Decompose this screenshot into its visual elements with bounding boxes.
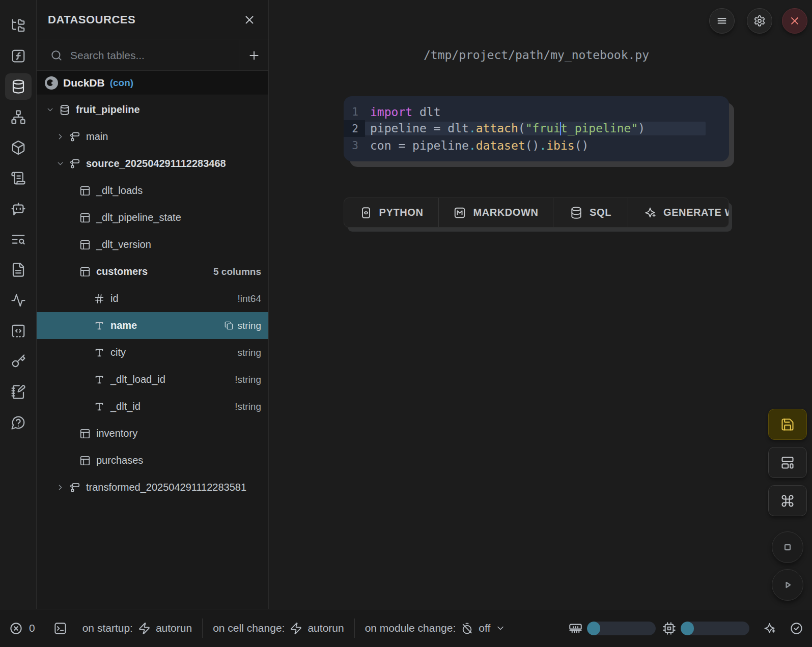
status-on-startup[interactable]: on startup:autorun xyxy=(82,622,192,635)
table-icon xyxy=(79,428,91,439)
tree-row-customers[interactable]: customers5 columns xyxy=(37,258,268,285)
layout-icon xyxy=(780,456,795,470)
ram-icon xyxy=(569,622,582,635)
code-text[interactable]: pipeline = dlt.attach("fruit_pipeline") xyxy=(365,122,706,136)
error-indicator[interactable]: 0 xyxy=(9,622,35,635)
rail-file-text-icon[interactable] xyxy=(5,257,32,283)
schema-icon xyxy=(69,158,80,170)
tree-row-source_202504291112283468[interactable]: source_202504291112283468 xyxy=(37,150,268,177)
add-cell-python-button[interactable]: PYTHON xyxy=(344,198,439,227)
code-sq-icon xyxy=(359,206,373,219)
command-icon xyxy=(780,494,795,508)
duckdb-logo-icon xyxy=(45,76,58,90)
connection-alias: (con) xyxy=(110,77,133,89)
tree-row-_dlt_pipeline_state[interactable]: _dlt_pipeline_state xyxy=(37,204,268,231)
tree-label: transformed_202504291112283581 xyxy=(86,482,246,493)
ai-sparkles-button[interactable] xyxy=(763,622,776,635)
tree-row-main[interactable]: main xyxy=(37,123,268,150)
search-field-wrap xyxy=(37,40,239,70)
rail-func-square-icon[interactable] xyxy=(5,43,32,69)
tree-row-purchases[interactable]: purchases xyxy=(37,447,268,474)
tree-row-_dlt_version[interactable]: _dlt_version xyxy=(37,231,268,258)
tree-row-name[interactable]: namestring xyxy=(37,312,268,339)
code-cell[interactable]: 1import dlt2pipeline = dlt.attach("fruit… xyxy=(344,96,729,161)
code-text[interactable]: con = pipeline.dataset().ibis() xyxy=(365,139,706,152)
menu-icon xyxy=(716,15,728,27)
tree-row-_dlt_load_id[interactable]: _dlt_load_id!string xyxy=(37,366,268,393)
tree-row-inventory[interactable]: inventory xyxy=(37,420,268,447)
tree-row-fruit_pipeline[interactable]: fruit_pipeline xyxy=(37,96,268,123)
rail-box-icon[interactable] xyxy=(5,134,32,161)
marimo-app-window: DATASOURCES DuckDB (con) fruit_pipelinem… xyxy=(0,0,812,647)
tree-label: _dlt_version xyxy=(96,239,151,250)
save-button[interactable] xyxy=(768,409,807,440)
cpu-usage-bar xyxy=(681,622,749,635)
rail-key-icon[interactable] xyxy=(5,348,32,375)
tree-row-_dlt_id[interactable]: _dlt_id!string xyxy=(37,393,268,420)
rail-code-dashed-icon[interactable] xyxy=(5,318,32,344)
timer-off-icon xyxy=(461,622,473,635)
tree-label: _dlt_pipeline_state xyxy=(96,212,181,223)
add-cell-markdown-button[interactable]: MARKDOWN xyxy=(439,198,553,227)
tree-label: main xyxy=(86,131,108,143)
run-button[interactable] xyxy=(772,569,803,601)
search-tables-input[interactable] xyxy=(70,49,239,62)
tree-row-_dlt_loads[interactable]: _dlt_loads xyxy=(37,177,268,204)
tree-label: name xyxy=(110,320,137,331)
status-value: autorun xyxy=(156,622,192,634)
status-on-module-change[interactable]: on module change:off xyxy=(365,622,506,635)
table-icon xyxy=(79,185,91,196)
stop-button[interactable] xyxy=(772,531,803,563)
add-cell-sql-button[interactable]: SQL xyxy=(553,198,628,227)
search-row xyxy=(37,40,268,71)
rail-activity-icon[interactable] xyxy=(5,287,32,314)
tree-label: id xyxy=(110,293,119,304)
code-line-3[interactable]: 3con = pipeline.dataset().ibis() xyxy=(344,137,729,154)
command-palette-button[interactable] xyxy=(768,485,807,516)
rail-database-icon[interactable] xyxy=(5,73,32,100)
tree-meta: !int64 xyxy=(238,293,261,304)
code-line-1[interactable]: 1import dlt xyxy=(344,103,729,120)
table-icon xyxy=(79,212,91,223)
tree-row-id[interactable]: id!int64 xyxy=(37,285,268,312)
tree-label: customers xyxy=(96,266,148,277)
line-number: 1 xyxy=(344,103,365,120)
status-divider xyxy=(354,618,355,638)
rail-help-bubble-icon[interactable] xyxy=(5,409,32,436)
chevron-right-icon xyxy=(56,482,69,493)
zap-icon xyxy=(290,622,302,635)
settings-button[interactable] xyxy=(747,8,772,34)
rail-scroll-icon[interactable] xyxy=(5,165,32,191)
schema-icon xyxy=(69,131,80,143)
rail-text-search-icon[interactable] xyxy=(5,226,32,252)
add-datasource-button[interactable] xyxy=(239,40,268,70)
layout-button[interactable] xyxy=(768,447,807,478)
tree-label: city xyxy=(110,347,126,358)
tree-row-transformed_202504291112283581[interactable]: transformed_202504291112283581 xyxy=(37,474,268,501)
terminal-button[interactable] xyxy=(53,622,67,635)
memory-usage-bar xyxy=(587,622,656,635)
circle-x-icon xyxy=(9,622,23,635)
status-on-cell-change[interactable]: on cell change:autorun xyxy=(213,622,344,635)
tree-meta: !string xyxy=(235,374,261,385)
status-value: autorun xyxy=(307,622,344,634)
side-action-buttons xyxy=(768,409,807,607)
code-line-2[interactable]: 2pipeline = dlt.attach("fruit_pipeline") xyxy=(344,120,729,137)
connection-duckdb[interactable]: DuckDB (con) xyxy=(37,71,268,95)
table-icon xyxy=(79,239,91,250)
menu-button[interactable] xyxy=(709,8,735,34)
rail-bot-icon[interactable] xyxy=(5,195,32,222)
x-icon xyxy=(789,15,801,27)
tree-meta: !string xyxy=(235,401,261,412)
rail-network-icon[interactable] xyxy=(5,104,32,130)
cpu-usage-meter xyxy=(662,622,749,635)
rail-folder-tree-icon[interactable] xyxy=(5,12,32,39)
tree-row-city[interactable]: citystring xyxy=(37,339,268,366)
status-bar: 0 on startup:autorunon cell change:autor… xyxy=(0,609,812,647)
add-cell-generate-button[interactable]: GENERATE WIT xyxy=(628,198,729,227)
code-text[interactable]: import dlt xyxy=(365,105,706,119)
connected-check-button[interactable] xyxy=(790,622,803,635)
close-button[interactable] xyxy=(782,8,807,34)
close-panel-icon[interactable] xyxy=(243,13,256,26)
rail-notebook-pen-icon[interactable] xyxy=(5,379,32,405)
